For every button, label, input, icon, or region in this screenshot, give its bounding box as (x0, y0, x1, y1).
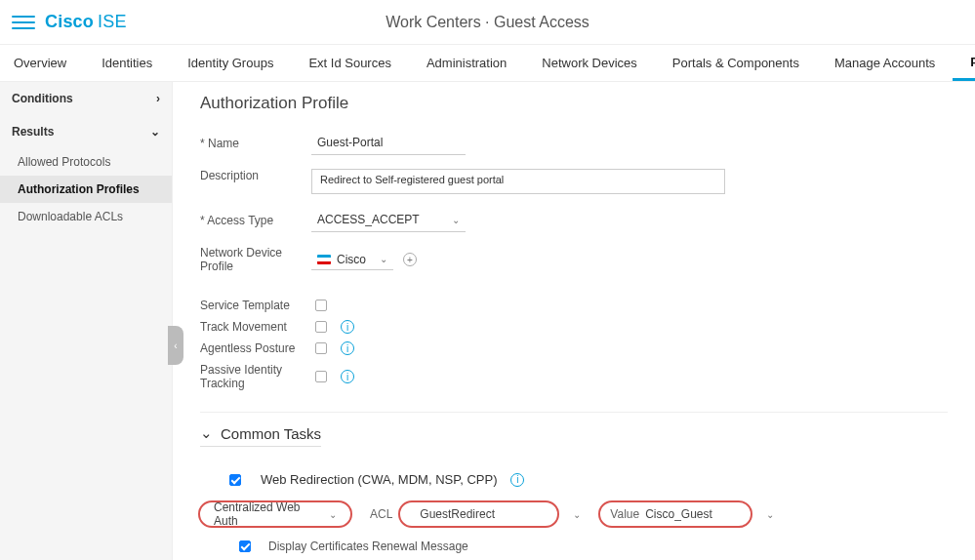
tab-administration[interactable]: Administration (409, 45, 524, 81)
label-agentless-posture: Agentless Posture (200, 341, 315, 355)
section-divider (200, 412, 948, 413)
web-redirection-mode-select[interactable]: Centralized Web Auth ⌄ (198, 500, 352, 528)
checkbox-web-redirection[interactable] (229, 474, 241, 486)
chevron-down-icon: ⌄ (380, 254, 387, 264)
tab-network-devices[interactable]: Network Devices (524, 45, 655, 81)
checkbox-passive-identity[interactable] (315, 371, 327, 382)
tab-overview[interactable]: Overview (6, 45, 84, 81)
brand-secondary: ISE (98, 12, 127, 31)
name-input[interactable] (311, 131, 466, 155)
tab-portals-components[interactable]: Portals & Components (655, 45, 817, 81)
opt-label-cert-renewal: Display Certificates Renewal Message (268, 540, 468, 553)
chevron-down-icon: ⌄ (150, 125, 160, 139)
acl-value: GuestRedirect (420, 507, 495, 521)
chevron-down-icon: ⌄ (329, 509, 337, 520)
sidebar-item-allowed-protocols[interactable]: Allowed Protocols (0, 148, 172, 176)
page-title: Authorization Profile (200, 94, 948, 113)
form-label-description: Description (200, 169, 311, 182)
value-label: Value (610, 507, 639, 521)
label-web-redirection: Web Redirection (CWA, MDM, NSP, CPP) (261, 472, 497, 487)
menu-icon[interactable] (12, 11, 35, 34)
chevron-down-icon: ⌄ (200, 424, 213, 442)
tab-ext-id-sources[interactable]: Ext Id Sources (291, 45, 409, 81)
checkbox-track-movement[interactable] (315, 321, 327, 333)
common-tasks-header[interactable]: ⌄ Common Tasks (200, 424, 321, 447)
info-icon[interactable]: i (341, 370, 354, 383)
sidebar-section-conditions[interactable]: Conditions › (0, 82, 172, 115)
form-label-name: * Name (200, 137, 311, 150)
info-icon[interactable]: i (341, 320, 354, 334)
label-track-movement: Track Movement (200, 320, 315, 334)
brand-primary: Cisco (45, 12, 94, 31)
acl-label: ACL (370, 507, 392, 521)
description-textarea[interactable] (311, 169, 725, 194)
chevron-right-icon: › (156, 92, 160, 105)
tab-identities[interactable]: Identities (84, 45, 170, 81)
form-label-ndp: Network Device Profile (200, 246, 311, 273)
label-passive-identity: Passive Identity Tracking (200, 363, 315, 390)
chevron-down-icon[interactable]: ⌄ (573, 509, 581, 520)
app-header: CiscoISE Work Centers · Guest Access (0, 0, 975, 45)
label-service-template: Service Template (200, 299, 315, 312)
breadcrumb: Work Centers · Guest Access (386, 14, 589, 31)
mode-value: Centralized Web Auth (214, 500, 321, 528)
sidebar-item-downloadable-acls[interactable]: Downloadable ACLs (0, 203, 172, 230)
sidebar-section-results[interactable]: Results ⌄ (0, 115, 172, 148)
info-icon[interactable]: i (341, 341, 354, 355)
checkbox-display-cert-renewal[interactable] (239, 540, 251, 552)
common-tasks-title: Common Tasks (221, 425, 321, 442)
main-tabs: Overview Identities Identity Groups Ext … (0, 45, 975, 82)
tab-policy-elements[interactable]: Policy Elements (953, 45, 975, 81)
brand-logo: CiscoISE (45, 12, 127, 32)
value-value: Cisco_Guest (645, 507, 712, 521)
tab-manage-accounts[interactable]: Manage Accounts (817, 45, 953, 81)
cisco-flag-icon (317, 255, 331, 264)
checkbox-agentless-posture[interactable] (315, 342, 327, 354)
acl-input[interactable]: GuestRedirect (398, 500, 559, 528)
sidebar-section-label: Conditions (12, 92, 73, 105)
sidebar-section-label: Results (12, 125, 54, 139)
value-select[interactable]: Value Cisco_Guest (598, 500, 752, 528)
form-label-access-type: * Access Type (200, 214, 311, 227)
sidebar-item-authorization-profiles[interactable]: Authorization Profiles (0, 176, 172, 203)
access-type-select[interactable]: ACCESS_ACCEPT ⌄ (311, 208, 466, 232)
main-content: Authorization Profile * Name Description… (173, 82, 975, 560)
info-icon[interactable]: i (510, 473, 524, 487)
chevron-down-icon[interactable]: ⌄ (766, 509, 774, 520)
sidebar-collapse-handle[interactable]: ‹ (168, 326, 183, 365)
sidebar: Conditions › Results ⌄ Allowed Protocols… (0, 82, 173, 560)
add-profile-button[interactable]: + (403, 253, 417, 266)
ndp-value: Cisco (337, 253, 366, 266)
tab-identity-groups[interactable]: Identity Groups (170, 45, 291, 81)
network-device-profile-select[interactable]: Cisco ⌄ (311, 250, 393, 270)
access-type-value: ACCESS_ACCEPT (317, 213, 420, 226)
chevron-down-icon: ⌄ (452, 215, 460, 225)
checkbox-service-template[interactable] (315, 300, 327, 311)
